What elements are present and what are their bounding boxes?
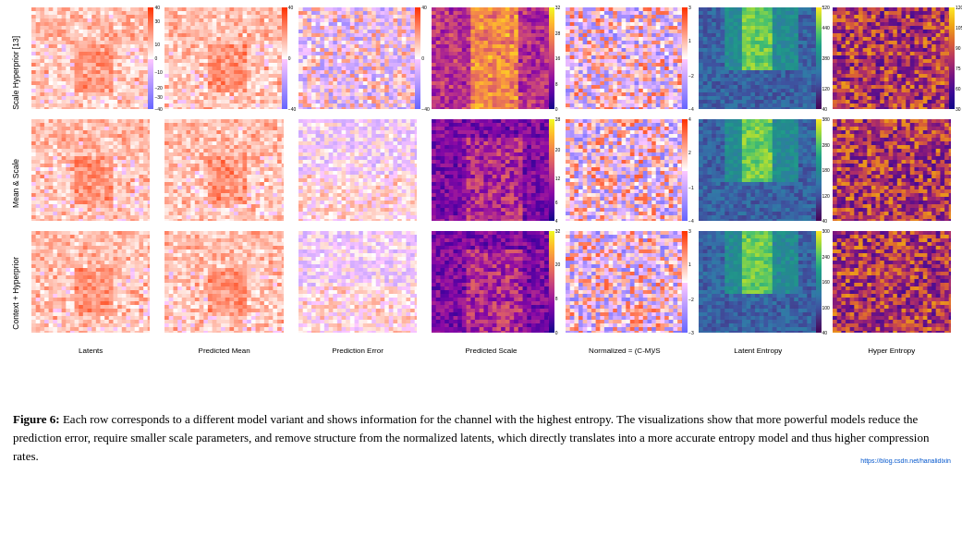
col-label-3: Prediction Error: [298, 347, 417, 355]
plot-r3-scale: 32 20 8 0: [432, 231, 550, 340]
plot-r2-latent-entropy: 380 280 180 120 40: [699, 119, 817, 228]
plot-r1-error: 40 0 −40: [298, 7, 417, 116]
col-label-2: Predicted Mean: [164, 347, 283, 355]
plot-r3-latents: [31, 231, 150, 340]
plot-r1-latents: 40 30 10 0 −10 −20 −30 −40: [31, 7, 150, 116]
col-label-4: Predicted Scale: [432, 347, 550, 355]
watermark: https://blog.csdn.net/hanalidixin: [860, 457, 951, 467]
plot-r3-hyper-entropy: [833, 231, 951, 340]
col-label-6: Latent Entropy: [699, 347, 817, 355]
plot-r2-error: [298, 119, 417, 228]
row-label-3: Context + Hyperprior: [11, 257, 31, 330]
plot-r2-scale: 28 20 12 6 4: [432, 119, 550, 228]
row-1: 40 30 10 0 −10 −20 −30 −40: [31, 7, 951, 116]
plot-r1-norm: 3 1 −2 −4: [566, 7, 684, 116]
plot-r2-mean: [164, 119, 283, 228]
plot-r1-latent-entropy: 520 440 280 120 40: [699, 7, 817, 116]
plot-r1-mean: 40 0 −40: [164, 7, 283, 116]
plot-r1-hyper-entropy: 120 105 90 75 60 30: [833, 7, 951, 116]
figure-caption: Figure 6: Each row corresponds to a diff…: [11, 410, 951, 466]
plot-r1-scale: 32 28 16 8 0: [432, 7, 550, 116]
col-label-7: Hyper Entropy: [833, 347, 951, 355]
row-2: 28 20 12 6 4 4: [31, 119, 951, 228]
plot-r2-hyper-entropy: [833, 119, 951, 228]
row-label-2: Mean & Scale: [11, 159, 31, 208]
caption-title: Figure 6:: [13, 412, 60, 426]
figure-area: Scale Hyperprior [13] Mean & Scale Conte…: [11, 7, 951, 405]
main-container: Scale Hyperprior [13] Mean & Scale Conte…: [0, 0, 962, 473]
plot-r2-latents: [31, 119, 150, 228]
col-label-1: Latents: [31, 347, 150, 355]
plot-r3-latent-entropy: 300 240 160 100 40: [699, 231, 817, 340]
plot-r3-error: [298, 231, 417, 340]
col-label-5: Normalized = (C-M)/S: [566, 347, 684, 355]
row-3: 32 20 8 0 3 1: [31, 231, 951, 340]
caption-text: Each row corresponds to a different mode…: [13, 412, 929, 463]
plot-r3-mean: [164, 231, 283, 340]
plot-r3-norm: 3 1 −2 −3: [566, 231, 684, 340]
col-labels: Latents Predicted Mean Prediction Error …: [31, 347, 951, 355]
plot-r2-norm: 4 2 −1 −4: [566, 119, 684, 228]
row-label-1: Scale Hyperprior [13]: [11, 36, 31, 110]
